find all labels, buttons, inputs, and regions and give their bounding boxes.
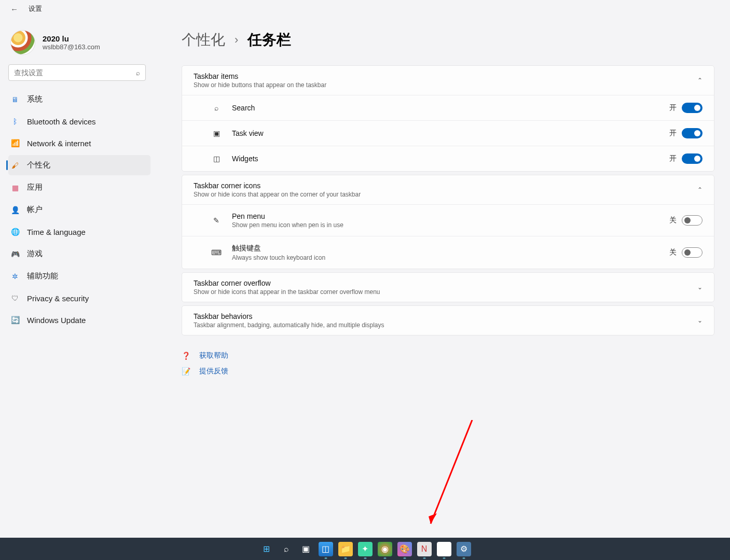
row-widgets: ◫ Widgets 开 bbox=[182, 146, 714, 171]
profile-block[interactable]: 2020 lu wslbb87@163.com bbox=[10, 30, 150, 55]
section-taskbar-items: Taskbar items Show or hide buttons that … bbox=[182, 65, 714, 172]
chevron-down-icon: ⌄ bbox=[697, 284, 703, 291]
taskbar-app-3-icon[interactable]: N bbox=[417, 542, 432, 556]
globe-icon: 🌐 bbox=[10, 227, 20, 236]
shield-icon: 🛡 bbox=[10, 293, 20, 303]
taskbar-widgets-icon[interactable]: ◫ bbox=[319, 542, 333, 556]
row-search: ⌕ Search 开 bbox=[182, 95, 714, 120]
section-corner-icons: Taskbar corner icons Show or hide icons … bbox=[182, 175, 714, 269]
help-icon: ❓ bbox=[182, 352, 191, 360]
chevron-up-icon: ⌃ bbox=[697, 77, 703, 84]
breadcrumb-parent[interactable]: 个性化 bbox=[182, 30, 225, 50]
update-icon: 🔄 bbox=[10, 315, 20, 325]
gamepad-icon: 🎮 bbox=[10, 249, 20, 259]
search-box[interactable]: ⌕ bbox=[8, 64, 146, 81]
monitor-icon: 🖥 bbox=[10, 95, 20, 104]
nav-system[interactable]: 🖥系统 bbox=[8, 89, 150, 109]
widgets-icon: ◫ bbox=[211, 155, 222, 163]
row-touch-keyboard: ⌨ 触摸键盘 Always show touch keyboard icon 关 bbox=[182, 236, 714, 269]
taskbar-app-2-icon[interactable]: 🎨 bbox=[397, 542, 412, 556]
nav-privacy[interactable]: 🛡Privacy & security bbox=[8, 288, 150, 308]
nav-accessibility[interactable]: ✲辅助功能 bbox=[8, 266, 150, 286]
search-input[interactable] bbox=[14, 68, 136, 77]
avatar bbox=[10, 30, 35, 55]
nav-time[interactable]: 🌐Time & language bbox=[8, 222, 150, 242]
row-taskview: ▣ Task view 开 bbox=[182, 120, 714, 146]
svg-line-0 bbox=[431, 420, 472, 524]
section-corner-overflow[interactable]: Taskbar corner overflow Show or hide ico… bbox=[182, 272, 714, 302]
window-title: 设置 bbox=[29, 4, 42, 13]
svg-marker-1 bbox=[429, 513, 437, 524]
chevron-down-icon: ⌄ bbox=[697, 317, 703, 324]
nav-network[interactable]: 📶Network & internet bbox=[8, 133, 150, 153]
toggle-touch-keyboard[interactable] bbox=[682, 247, 703, 258]
nav-bluetooth[interactable]: ᛒBluetooth & devices bbox=[8, 111, 150, 131]
annotation-arrow bbox=[425, 420, 488, 534]
nav-update[interactable]: 🔄Windows Update bbox=[8, 310, 150, 330]
toggle-widgets[interactable] bbox=[682, 153, 703, 164]
nav-apps[interactable]: ▦应用 bbox=[8, 177, 150, 198]
taskbar-chrome-icon[interactable]: ◉ bbox=[378, 542, 392, 556]
taskbar-explorer-icon[interactable]: 📁 bbox=[338, 542, 353, 556]
profile-email: wslbb87@163.com bbox=[43, 43, 100, 51]
toggle-taskview[interactable] bbox=[682, 128, 703, 138]
taskbar-app-5-icon[interactable]: ⚙ bbox=[457, 542, 471, 556]
taskbar-start-icon[interactable]: ⊞ bbox=[259, 542, 274, 556]
chevron-up-icon: ⌃ bbox=[697, 186, 703, 193]
taskbar-app-4-icon[interactable]: ◉ bbox=[437, 542, 451, 556]
profile-name: 2020 lu bbox=[43, 34, 100, 43]
wifi-icon: 📶 bbox=[10, 138, 20, 148]
toggle-pen-menu[interactable] bbox=[682, 215, 703, 226]
row-pen-menu: ✎ Pen menu Show pen menu icon when pen i… bbox=[182, 204, 714, 236]
link-give-feedback[interactable]: 📝 提供反馈 bbox=[182, 367, 714, 376]
page-title: 任务栏 bbox=[247, 30, 291, 50]
nav-personalization[interactable]: 🖌个性化 bbox=[8, 155, 150, 175]
search-icon: ⌕ bbox=[211, 104, 222, 112]
back-icon[interactable]: ← bbox=[10, 5, 18, 13]
breadcrumb: 个性化 › 任务栏 bbox=[182, 30, 714, 50]
search-icon: ⌕ bbox=[136, 69, 140, 77]
taskbar-app-1-icon[interactable]: ✦ bbox=[358, 542, 373, 556]
apps-icon: ▦ bbox=[10, 183, 20, 192]
main-content: 个性化 › 任务栏 Taskbar items Show or hide but… bbox=[156, 18, 730, 382]
brush-icon: 🖌 bbox=[10, 161, 20, 170]
link-get-help[interactable]: ❓ 获取帮助 bbox=[182, 351, 714, 360]
person-icon: 👤 bbox=[10, 205, 20, 215]
bluetooth-icon: ᛒ bbox=[10, 117, 20, 126]
accessibility-icon: ✲ bbox=[10, 272, 20, 281]
nav-accounts[interactable]: 👤帐户 bbox=[8, 200, 150, 220]
chevron-right-icon: › bbox=[235, 33, 238, 47]
pen-icon: ✎ bbox=[211, 216, 222, 225]
section-header-taskbar-items[interactable]: Taskbar items Show or hide buttons that … bbox=[182, 66, 714, 95]
taskbar-search-icon[interactable]: ⌕ bbox=[279, 542, 294, 556]
section-taskbar-behaviors[interactable]: Taskbar behaviors Taskbar alignment, bad… bbox=[182, 305, 714, 335]
section-header-corner-icons[interactable]: Taskbar corner icons Show or hide icons … bbox=[182, 175, 714, 204]
taskview-icon: ▣ bbox=[211, 129, 222, 137]
taskbar-taskview-icon[interactable]: ▣ bbox=[299, 542, 313, 556]
nav-gaming[interactable]: 🎮游戏 bbox=[8, 244, 150, 264]
sidebar: 2020 lu wslbb87@163.com ⌕ 🖥系统 ᛒBluetooth… bbox=[0, 18, 156, 382]
toggle-search[interactable] bbox=[682, 103, 703, 113]
feedback-icon: 📝 bbox=[182, 367, 191, 375]
keyboard-icon: ⌨ bbox=[211, 248, 222, 257]
taskbar: ⊞ ⌕ ▣ ◫ 📁 ✦ ◉ 🎨 N ◉ ⚙ bbox=[0, 538, 730, 560]
